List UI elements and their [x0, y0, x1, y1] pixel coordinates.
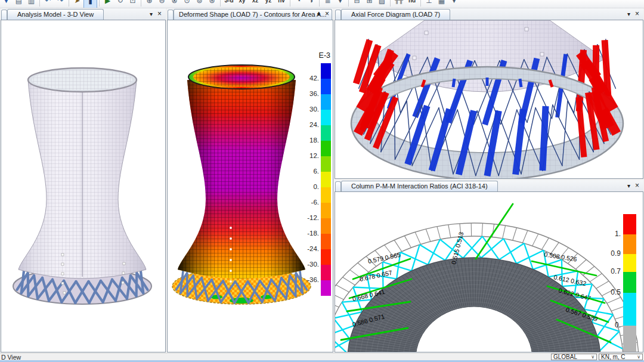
toolbar-icon[interactable]: ⊚ — [193, 0, 206, 8]
toolbar-separator — [288, 0, 292, 8]
toolbar-icon[interactable]: ◔ — [292, 0, 305, 8]
deformed-shape-view[interactable]: E-3 42.36.30.24.18.12.6.0.-6.-12.-18.-24… — [167, 20, 333, 352]
contour-scale-block — [321, 265, 331, 280]
ratio-legend-block — [623, 326, 636, 352]
toolbar-separator — [218, 0, 222, 8]
ratio-color-legend — [623, 214, 636, 352]
toolbar-icon[interactable]: 3-d — [222, 0, 236, 8]
contour-scale-label: 6. — [299, 168, 319, 175]
toolbar-separator — [419, 0, 423, 8]
contour-scale-block — [321, 203, 331, 218]
contour-scale-block — [321, 156, 331, 172]
toolbar-icon[interactable]: ⊟ — [351, 0, 363, 8]
toolbar-icon[interactable]: ▨ — [376, 0, 388, 8]
tab-close-icon[interactable]: × — [633, 182, 641, 190]
toolbar-icon[interactable]: ▾ — [448, 0, 460, 8]
panel-axial-force: Axial Force Diagram (LOAD 7) ▾ × — [335, 8, 643, 179]
toolbar-icon[interactable]: ≣ — [321, 0, 334, 8]
coordinate-system-select[interactable]: GLOBAL ∨ — [551, 354, 597, 360]
toolbar-icon[interactable]: ⊙ — [181, 0, 193, 8]
panel-pmm-ratios: Column P-M-M Interaction Ratios (ACI 318… — [335, 180, 643, 352]
wireframe-tower-3d — [1, 20, 165, 352]
tabbar-analysis-model: Analysis Model - 3-D View ▾ × — [1, 8, 166, 20]
toolbar-icon[interactable]: ↻ — [114, 0, 126, 8]
contour-scale-block — [321, 218, 331, 234]
toolbar-icon[interactable]: nv — [275, 0, 288, 8]
toolbar-icon[interactable]: ▦ — [435, 0, 448, 8]
contour-scale-block — [321, 125, 331, 141]
contour-scale-label: -6. — [299, 199, 319, 206]
toolbar-icon[interactable]: ▼ — [0, 0, 13, 8]
toolbar-icon[interactable]: ➤ — [71, 0, 83, 8]
toolbar-icon[interactable]: ▮ — [83, 0, 97, 8]
tab-close-icon[interactable]: × — [156, 10, 163, 18]
tab-stub[interactable] — [168, 10, 174, 20]
toolbar-icon[interactable]: ↶ — [42, 0, 54, 8]
axial-force-view[interactable] — [335, 20, 643, 179]
contour-scale-label: -18. — [299, 230, 319, 237]
toolbar-icon[interactable]: xz — [249, 0, 262, 8]
analysis-model-view[interactable] — [1, 20, 166, 352]
toolbar-separator — [38, 0, 42, 8]
contour-scale-label: 30. — [299, 106, 319, 113]
toolbar-icon[interactable]: ▾ — [334, 0, 346, 8]
tab-menu-icon[interactable]: ▾ — [315, 10, 323, 18]
toolbar-icon[interactable]: ▤ — [13, 0, 25, 8]
axial-force-diagram — [335, 20, 643, 178]
toolbar-icon[interactable]: ⊞ — [363, 0, 376, 8]
toolbar-icon[interactable]: yz — [262, 0, 275, 8]
contour-scale-block — [321, 79, 331, 94]
tabbar-pmm-ratios: Column P-M-M Interaction Ratios (ACI 318… — [335, 180, 643, 191]
toolbar-icon[interactable]: ⊡ — [126, 0, 139, 8]
toolbar-icon[interactable]: ◑ — [305, 0, 317, 8]
toolbar-separator — [346, 0, 351, 8]
ratio-legend-label: 0. — [603, 321, 621, 329]
toolbar-icon[interactable]: ⊥ — [423, 0, 435, 8]
tab-pmm-ratios[interactable]: Column P-M-M Interaction Ratios (ACI 318… — [341, 181, 498, 191]
contour-scale-block — [321, 280, 331, 296]
toolbar-icon[interactable]: ⊗ — [168, 0, 181, 8]
contour-scale-label: -12. — [299, 214, 319, 221]
tabbar-deformed-shape: Deformed Shape (LOAD 7) - Contours for A… — [167, 8, 333, 20]
pmm-plan-view: 0.515 0.5130.579 0.5650.678 0.6570.668 0… — [335, 192, 643, 352]
tab-close-icon[interactable]: × — [323, 10, 331, 18]
tab-stub[interactable] — [335, 181, 341, 192]
tab-analysis-model[interactable]: Analysis Model - 3-D View — [7, 9, 104, 20]
toolbar-icon[interactable]: ⊕ — [143, 0, 156, 8]
contour-scale-block — [321, 63, 331, 79]
panel-analysis-model: Analysis Model - 3-D View ▾ × — [1, 8, 166, 352]
tab-stub[interactable] — [1, 10, 7, 20]
toolbar-icon[interactable]: ↷ — [54, 0, 67, 8]
tab-stub[interactable] — [335, 10, 341, 20]
contour-scale-block — [321, 141, 331, 156]
toolbar-icon[interactable]: ⊖ — [156, 0, 168, 8]
tab-menu-icon[interactable]: ▾ — [147, 10, 155, 18]
ratio-legend-block — [623, 234, 636, 254]
toolbar-icon[interactable]: ▶ — [101, 0, 114, 8]
ratio-legend-label: 0.7 — [603, 267, 621, 276]
toolbar-icon[interactable]: ╥╥ — [392, 0, 405, 8]
contour-scale-block — [321, 94, 331, 110]
contour-scale-block — [321, 234, 331, 249]
ratio-legend-block — [623, 214, 636, 234]
pmm-ratios-view[interactable]: 0.515 0.5130.579 0.5650.678 0.6570.668 0… — [335, 191, 643, 352]
chevron-down-icon: ∨ — [637, 354, 640, 360]
contour-scale-label: 12. — [299, 152, 319, 159]
ratio-legend-block — [623, 254, 636, 272]
toolbar-separator — [67, 0, 71, 8]
toolbar-icon[interactable]: xy — [236, 0, 249, 8]
tab-menu-icon[interactable]: ▾ — [625, 182, 633, 190]
toolbar-icon[interactable]: nd — [405, 0, 419, 8]
contour-scale-label: -30. — [299, 261, 319, 268]
ratio-legend-label: 0.9 — [603, 249, 621, 258]
tab-menu-icon[interactable]: ▾ — [625, 10, 633, 18]
main-toolbar: ▼▤▥↶↷➤▮▶↻⊡⊕⊖⊗⊙⊚⊛3-dxyxzyznv◔◑≣▾⊟⊞▨╥╥nd⊥▦… — [0, 0, 644, 8]
toolbar-icon[interactable]: ▥ — [25, 0, 38, 8]
tab-deformed-shape[interactable]: Deformed Shape (LOAD 7) - Contours for A… — [174, 9, 332, 20]
tab-close-icon[interactable]: × — [633, 10, 641, 18]
toolbar-separator — [388, 0, 392, 8]
units-select[interactable]: KN, m, C ∨ — [599, 354, 643, 360]
tab-axial-force[interactable]: Axial Force Diagram (LOAD 7) — [341, 9, 450, 20]
contour-scale-label: 24. — [299, 121, 319, 128]
toolbar-icon[interactable]: ⊛ — [206, 0, 218, 8]
